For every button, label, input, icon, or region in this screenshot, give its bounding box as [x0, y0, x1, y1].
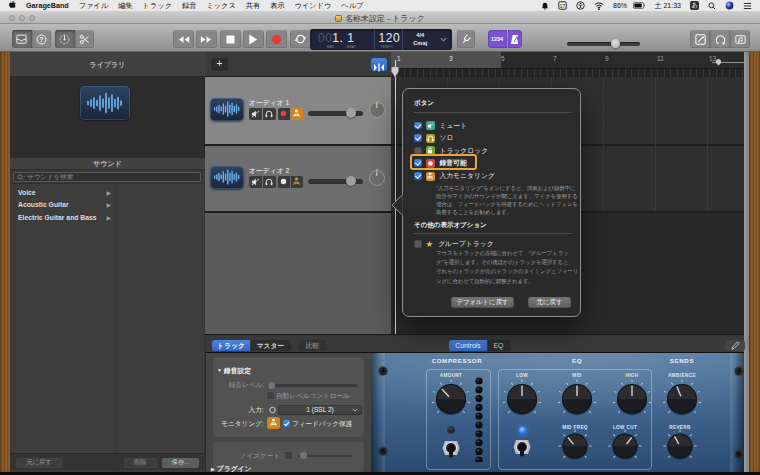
library-toggle-button[interactable] — [12, 30, 32, 48]
track-2-volume-slider[interactable] — [308, 179, 363, 184]
track-1-name[interactable]: オーディオ 1 — [249, 98, 289, 108]
auto-level-checkbox[interactable] — [267, 392, 274, 399]
zoom-slider-thumb[interactable] — [716, 59, 721, 66]
menu-track[interactable]: トラック — [138, 1, 177, 11]
add-track-button[interactable]: + — [211, 58, 228, 71]
lcd-display[interactable]: 001. 1 BAR BEAT 120 TEMPO 4/4 Cmaj — [310, 29, 452, 51]
noise-gate-checkbox[interactable] — [285, 452, 292, 459]
recording-settings-header[interactable]: ▼ 録音設定 — [217, 366, 251, 376]
tuner-fork-button[interactable] — [457, 30, 475, 48]
low-cut-knob[interactable] — [606, 427, 644, 465]
noise-gate-slider[interactable] — [298, 455, 353, 458]
input-source-icon[interactable]: あ — [686, 1, 704, 10]
volume-slider-thumb[interactable] — [611, 39, 620, 48]
popover-row-input-monitoring[interactable]: 入力モニタリング — [414, 170, 495, 182]
monitoring-button[interactable] — [267, 417, 280, 429]
menu-share[interactable]: 共有 — [241, 1, 265, 11]
menu-window[interactable]: ウインドウ — [290, 1, 337, 11]
group-track-checkbox[interactable] — [414, 240, 422, 248]
track-2-pan-knob[interactable] — [369, 170, 385, 186]
mid-freq-knob[interactable] — [556, 427, 594, 465]
library-revert-button[interactable]: 元に戻す — [16, 458, 62, 468]
eq-switch[interactable] — [509, 434, 535, 460]
library-search-input[interactable]: サウンドを検索 — [13, 172, 201, 182]
note-pad-button[interactable] — [690, 30, 710, 48]
mute-checkbox[interactable] — [414, 122, 422, 130]
lcd-chevron-section[interactable] — [437, 29, 452, 51]
track-2-name[interactable]: オーディオ 2 — [249, 166, 289, 176]
notification-center-icon[interactable] — [739, 2, 759, 10]
amount-knob[interactable] — [429, 377, 473, 421]
recording-level-thumb[interactable] — [268, 382, 275, 389]
library-item-electric-guitar-bass[interactable]: Electric Guitar and Bass▶ — [10, 211, 115, 224]
track-2-volume-thumb[interactable] — [346, 176, 356, 186]
ambience-knob[interactable] — [661, 378, 703, 420]
menu-record[interactable]: 録音 — [177, 1, 201, 11]
loop-browser-button[interactable] — [710, 30, 730, 48]
track-2-record-enable-button[interactable] — [278, 176, 291, 188]
track-1-solo-button[interactable] — [263, 108, 276, 120]
track-1-volume-thumb[interactable] — [346, 108, 356, 118]
mid-knob[interactable] — [555, 377, 599, 421]
record-button[interactable] — [266, 30, 287, 48]
menu-view[interactable]: 表示 — [265, 1, 289, 11]
popover-row-mute[interactable]: ミュート — [414, 120, 467, 132]
input-select[interactable]: 1 (SSL 2) — [278, 405, 362, 415]
rewind-button[interactable] — [173, 30, 194, 48]
compressor-switch[interactable] — [438, 435, 464, 461]
input-monitoring-checkbox[interactable] — [414, 172, 422, 180]
horizontal-zoom-slider[interactable] — [712, 62, 745, 64]
track-header-audio-2[interactable]: オーディオ 2 — [205, 146, 391, 211]
menu-file[interactable]: ファイル — [74, 1, 113, 11]
track-header-audio-1[interactable]: オーディオ 1 — [205, 77, 391, 144]
cycle-button[interactable] — [290, 30, 311, 48]
tab-track[interactable]: トラック — [212, 340, 250, 351]
track-2-input-monitoring-button[interactable] — [291, 176, 304, 188]
track-1-volume-slider[interactable] — [308, 111, 363, 116]
track-2-solo-button[interactable] — [263, 176, 276, 188]
recording-level-slider[interactable] — [267, 384, 357, 387]
timeline-ruler[interactable]: 1 3 5 7 9 11 13 — [391, 52, 744, 77]
menu-edit[interactable]: 編集 — [113, 1, 137, 11]
track-1-input-monitoring-button[interactable] — [291, 108, 304, 120]
popover-row-solo[interactable]: ソロ — [414, 132, 453, 144]
feedback-protection-checkbox[interactable] — [283, 420, 290, 427]
input-format-icon[interactable] — [268, 406, 277, 414]
apple-menu-icon[interactable] — [0, 1, 21, 11]
reverb-knob[interactable] — [661, 427, 699, 465]
siri-icon[interactable] — [721, 1, 739, 10]
library-save-button[interactable]: 保存... — [162, 458, 199, 468]
tuner-button[interactable] — [55, 30, 75, 48]
tab-master[interactable]: マスター — [251, 340, 291, 351]
quick-help-button[interactable]: ? — [32, 30, 52, 48]
menu-mix[interactable]: ミックス — [201, 1, 240, 11]
track-2-mute-button[interactable] — [249, 176, 262, 188]
tab-controls[interactable]: Controls — [449, 340, 487, 351]
library-item-voice[interactable]: Voice▶ — [10, 186, 115, 199]
editors-scissors-button[interactable] — [75, 30, 95, 48]
count-in-button[interactable]: 1234 — [488, 30, 507, 48]
bell-icon[interactable] — [537, 2, 554, 10]
metronome-button[interactable] — [508, 30, 523, 48]
track-1-record-enable-button[interactable] — [278, 108, 291, 120]
wifi-icon[interactable] — [590, 2, 609, 10]
tab-compare[interactable]: 比較 — [299, 340, 326, 351]
calendar-icon[interactable]: 17 — [554, 1, 572, 10]
library-item-acoustic-guitar[interactable]: Acoustic Guitar▶ — [10, 199, 115, 212]
accessibility-icon[interactable] — [572, 1, 590, 10]
high-knob[interactable] — [610, 377, 654, 421]
track-1-mute-button[interactable] — [249, 108, 262, 120]
restore-defaults-button[interactable]: デフォルトに戻す — [451, 297, 514, 308]
solo-checkbox[interactable] — [414, 134, 422, 142]
library-delete-button[interactable]: 削除 — [124, 458, 157, 468]
menu-app-name[interactable]: GarageBand — [21, 1, 74, 10]
menu-help[interactable]: ヘルプ — [336, 1, 368, 11]
track-1-pan-knob[interactable] — [369, 102, 385, 118]
master-volume-slider[interactable] — [567, 42, 640, 47]
tab-eq[interactable]: EQ — [488, 340, 510, 351]
popover-revert-button[interactable]: 元に戻す — [528, 297, 571, 308]
smart-controls-edit-button[interactable] — [725, 340, 745, 351]
play-button[interactable] — [243, 30, 264, 48]
spotlight-icon[interactable] — [704, 2, 721, 10]
catch-playhead-button[interactable] — [371, 58, 387, 71]
